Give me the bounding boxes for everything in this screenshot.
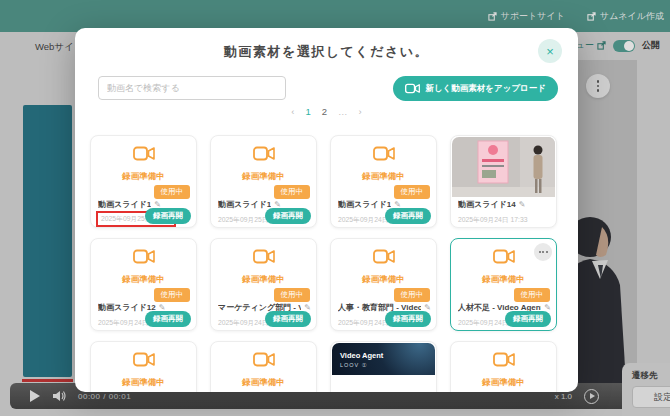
- video-card-grid: 録画準備中使用中動画スライド1✎2025年09月25日 14:39録画再開録画準…: [90, 135, 563, 392]
- video-name: 動画スライド12: [98, 302, 156, 313]
- video-card[interactable]: 録画準備中使用中人材不足 - Video Agentによる業...✎2025年0…: [450, 238, 557, 331]
- video-camera-icon: [493, 249, 515, 264]
- upload-button-label: 新しく動画素材をアップロード: [425, 83, 546, 95]
- in-use-badge: 使用中: [274, 288, 311, 302]
- status-text: 録画準備中: [211, 377, 316, 389]
- video-name: 動画スライド1: [338, 199, 391, 210]
- status-text: 録画準備中: [451, 377, 556, 389]
- video-card[interactable]: 録画準備中使用中人事・教育部門 - Video Agentに...✎2025年0…: [330, 238, 437, 331]
- status-text: 録画準備中: [211, 171, 316, 183]
- in-use-badge: 使用中: [394, 185, 431, 199]
- video-card[interactable]: 録画準備中: [90, 341, 197, 392]
- video-camera-icon: [253, 352, 275, 367]
- page-ellipsis: …: [338, 106, 348, 117]
- slide-photo-thumbnail: [452, 137, 555, 197]
- video-camera-icon: [253, 249, 275, 264]
- video-name: 動画スライド1: [98, 199, 151, 210]
- in-use-badge: 使用中: [274, 185, 311, 199]
- video-card[interactable]: 録画準備中使用中動画スライド1✎2025年09月24日 19:19録画再開: [330, 135, 437, 228]
- video-card[interactable]: 録画準備中: [210, 341, 317, 392]
- video-card[interactable]: Video AgentLOOV ①: [330, 341, 437, 392]
- in-use-badge: 使用中: [514, 288, 551, 302]
- status-text: 録画準備中: [331, 171, 436, 183]
- video-camera-icon: [253, 146, 275, 161]
- video-camera-icon: [405, 83, 420, 94]
- edit-name-icon[interactable]: ✎: [519, 200, 526, 209]
- pagination: ‹ 1 2 … ›: [75, 106, 578, 117]
- video-card[interactable]: 録画準備中使用中動画スライド1✎2025年09月25日 10:48録画再開: [210, 135, 317, 228]
- video-card[interactable]: 動画スライド14✎2025年09月24日 17:33: [450, 135, 557, 228]
- upload-video-button[interactable]: 新しく動画素材をアップロード: [393, 76, 558, 101]
- video-name: 動画スライド1: [218, 199, 271, 210]
- resume-recording-button[interactable]: 録画再開: [385, 208, 431, 224]
- video-camera-icon: [133, 146, 155, 161]
- resume-recording-button[interactable]: 録画再開: [385, 311, 431, 327]
- status-text: 録画準備中: [91, 274, 196, 286]
- video-camera-icon: [133, 352, 155, 367]
- resume-recording-button[interactable]: 録画再開: [505, 311, 551, 327]
- video-card[interactable]: 録画準備中使用中マーケティング部門 - Video Age...✎2025年09…: [210, 238, 317, 331]
- status-text: 録画準備中: [451, 274, 556, 286]
- in-use-badge: 使用中: [394, 288, 431, 302]
- video-name: 動画スライド14: [458, 199, 516, 210]
- status-text: 録画準備中: [91, 171, 196, 183]
- video-card[interactable]: 録画準備中使用中動画スライド1✎2025年09月25日 14:39録画再開: [90, 135, 197, 228]
- card-options-menu-button[interactable]: [534, 243, 552, 261]
- video-camera-icon: [493, 352, 515, 367]
- search-input[interactable]: [98, 76, 286, 100]
- page-1-button[interactable]: 1: [305, 106, 310, 117]
- resume-recording-button[interactable]: 録画再開: [265, 311, 311, 327]
- video-camera-icon: [133, 249, 155, 264]
- video-date: 2025年09月24日 17:33: [458, 215, 528, 225]
- resume-recording-button[interactable]: 録画再開: [265, 208, 311, 224]
- modal-title: 動画素材を選択してください。: [75, 43, 578, 61]
- video-select-modal: 動画素材を選択してください。 × 新しく動画素材をアップロード ‹ 1 2 … …: [75, 28, 578, 392]
- close-icon[interactable]: ×: [538, 39, 562, 63]
- page-prev-button[interactable]: ‹: [291, 106, 294, 117]
- resume-recording-button[interactable]: 録画再開: [145, 208, 191, 224]
- resume-recording-button[interactable]: 録画再開: [145, 311, 191, 327]
- in-use-badge: 使用中: [154, 185, 191, 199]
- video-card[interactable]: 録画準備中使用中動画スライド12✎2025年09月24日 13:59録画再開: [90, 238, 197, 331]
- video-camera-icon: [373, 249, 395, 264]
- in-use-badge: 使用中: [154, 288, 191, 302]
- status-text: 録画準備中: [211, 274, 316, 286]
- slide-video-thumbnail: Video AgentLOOV ①: [332, 343, 435, 375]
- video-card[interactable]: 録画準備中: [450, 341, 557, 392]
- page-2-button[interactable]: 2: [322, 106, 327, 117]
- page-next-button[interactable]: ›: [359, 106, 362, 117]
- status-text: 録画準備中: [91, 377, 196, 389]
- video-camera-icon: [373, 146, 395, 161]
- status-text: 録画準備中: [331, 274, 436, 286]
